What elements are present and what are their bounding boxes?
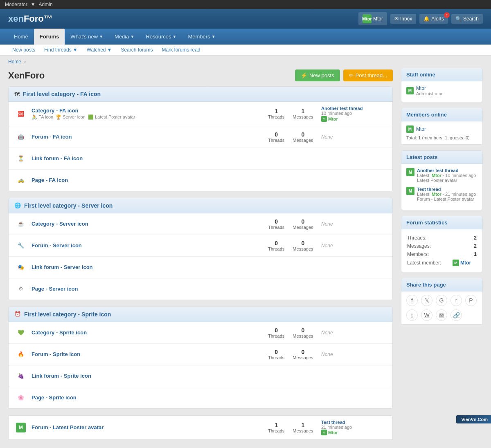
nav-resources[interactable]: Resources ▼ xyxy=(140,29,182,45)
latest-member-link[interactable]: M Mtor xyxy=(453,260,477,266)
page-sprite-info: Page - Sprite icon xyxy=(32,394,207,401)
page-title-row: XenForo ⚡ New posts ✏ Post thread... xyxy=(8,68,393,81)
googleplus-share-icon[interactable]: G xyxy=(436,295,447,306)
lightning-icon: ⚡ xyxy=(301,72,307,78)
link-forum-sprite-name[interactable]: Link forum - Sprite icon xyxy=(32,373,91,379)
page-fa-name[interactable]: Page - FA icon xyxy=(32,177,68,183)
admin-link[interactable]: Admin xyxy=(39,2,53,7)
user-profile-btn[interactable]: Mtor Mtor xyxy=(358,12,387,25)
messages-stat: 0 Messages xyxy=(293,218,313,230)
nav-members[interactable]: Members ▼ xyxy=(182,29,221,45)
forum-stats: 0 Threads 0 Messages xyxy=(268,240,317,251)
link-forum-fa-name[interactable]: Link forum - FA icon xyxy=(32,155,83,161)
messages-label: Messages xyxy=(293,114,313,119)
latest-thread-link[interactable]: Another test thread xyxy=(321,106,363,111)
standalone-latest-link[interactable]: Test thread xyxy=(321,420,345,425)
member-avatar: M xyxy=(406,125,414,133)
table-row: 🆘 Category - FA icon 🚴 FA icon 🏆 Server … xyxy=(9,102,392,126)
standalone-user-badge: M xyxy=(321,430,327,435)
category-fa-icon-title[interactable]: First level category - FA icon xyxy=(23,91,101,97)
members-online-box: Members online M Mtor Total: 1 (members:… xyxy=(401,108,483,145)
messages-count: 1 xyxy=(293,108,313,114)
table-row: 🚕 Page - FA icon xyxy=(9,170,392,191)
forum-fa-category-name[interactable]: Category - FA icon xyxy=(32,108,78,114)
staff-name-link[interactable]: Mtor xyxy=(416,85,426,91)
email-share-icon[interactable]: ✉ xyxy=(436,309,447,321)
bell-icon: 🔔 xyxy=(423,16,430,22)
nav-home[interactable]: Home xyxy=(8,29,34,45)
category-server-icon-title[interactable]: First level category - Server icon xyxy=(24,202,113,209)
member-name-link[interactable]: Mtor xyxy=(416,126,426,132)
forum-latest: None xyxy=(321,134,387,140)
forum-latest: None xyxy=(321,243,387,249)
post-title-link-2[interactable]: Test thread xyxy=(417,187,441,192)
staff-online-box: Staff online M Mtor Administrator xyxy=(401,68,483,102)
link-forum-server-info: Link forum - Server icon xyxy=(32,264,207,270)
inbox-btn[interactable]: ✉ Inbox xyxy=(390,14,416,24)
forum-sub-icons: 🚴 FA icon 🏆 Server icon 🟩 Latest Poster … xyxy=(32,114,264,120)
list-item: M Test thread Latest: Mtor · 21 minutes … xyxy=(406,187,477,202)
category-sprite-icon-title[interactable]: First level category - Sprite icon xyxy=(24,311,111,318)
forum-latest: Test thread 21 minutes ago M Mtor xyxy=(321,420,387,436)
standalone-user-link[interactable]: Mtor xyxy=(328,430,338,435)
subnav-mark-read[interactable]: Mark forums read xyxy=(158,45,204,55)
breadcrumb: Home › xyxy=(0,56,491,68)
page-fa-info: Page - FA icon xyxy=(32,177,207,183)
forum-fa-name[interactable]: Forum - FA icon xyxy=(32,134,72,140)
messages-stat: 0 Messages xyxy=(293,131,313,143)
post-meta-2: Latest: Mtor · 21 minutes ago xyxy=(417,192,476,197)
nav-whats-new[interactable]: What's new ▼ xyxy=(65,29,109,45)
subnav-search-forums[interactable]: Search forums xyxy=(117,45,157,55)
share-icons: f 𝕏 G r P t W ✉ 🔗 xyxy=(401,291,482,324)
whatsapp-share-icon[interactable]: W xyxy=(421,309,432,321)
subnav-watched[interactable]: Watched ▼ xyxy=(83,45,116,55)
alerts-btn[interactable]: 🔔 Alerts 1 xyxy=(419,14,448,24)
list-item: M Mtor xyxy=(406,125,477,133)
messages-count: 0 xyxy=(293,131,313,138)
page-fa-icon: 🚕 xyxy=(14,174,27,187)
twitter-share-icon[interactable]: 𝕏 xyxy=(421,295,432,306)
table-row: 🌸 Page - Sprite icon xyxy=(9,387,392,408)
page-server-name[interactable]: Page - Server icon xyxy=(32,286,78,292)
moderator-link[interactable]: Moderator xyxy=(5,2,27,7)
post-title-link-1[interactable]: Another test thread xyxy=(417,168,458,173)
threads-stat: 0 Threads xyxy=(268,131,284,143)
search-btn[interactable]: 🔍 Search xyxy=(451,14,483,24)
header: xenForo™ Mtor Mtor ✉ Inbox 🔔 Alerts 1 🔍 … xyxy=(0,9,491,29)
link-forum-server-name[interactable]: Link forum - Server icon xyxy=(32,264,93,270)
list-item: M Mtor Administrator xyxy=(406,85,477,96)
new-posts-button[interactable]: ⚡ New posts xyxy=(295,69,340,81)
nav-media[interactable]: Media ▼ xyxy=(109,29,140,45)
page-title: XenForo xyxy=(8,70,45,81)
subnav-new-posts[interactable]: New posts xyxy=(8,45,39,55)
category-sprite-name[interactable]: Category - Sprite icon xyxy=(32,329,87,336)
standalone-forum-name[interactable]: Forum - Latest Poster avatar xyxy=(32,424,104,430)
post-thread-button[interactable]: ✏ Post thread... xyxy=(343,69,393,81)
link-share-icon[interactable]: 🔗 xyxy=(450,309,462,321)
latest-posts-box: Latest posts M Another test thread Lates… xyxy=(401,150,483,210)
facebook-share-icon[interactable]: f xyxy=(406,295,418,306)
subnav-find-threads[interactable]: Find threads ▼ xyxy=(40,45,82,55)
post-meta-1: Latest: Mtor · 10 minutes ago xyxy=(417,173,476,178)
list-item: M Another test thread Latest: Mtor · 10 … xyxy=(406,168,477,183)
breadcrumb-home[interactable]: Home xyxy=(8,59,21,65)
link-forum-fa-icon: ⏳ xyxy=(14,152,27,165)
forum-stats-content: Threads: 2 Messages: 2 Members: 1 Latest… xyxy=(401,229,482,272)
forum-server-name[interactable]: Forum - Server icon xyxy=(32,242,82,249)
post-avatar-1: M xyxy=(406,168,414,176)
tumblr-share-icon[interactable]: t xyxy=(406,309,418,321)
post-time-2: 21 minutes ago xyxy=(445,192,476,197)
forum-sprite-name[interactable]: Forum - Sprite icon xyxy=(32,351,80,357)
table-row: Members: 1 xyxy=(407,251,477,258)
post-user-link-2[interactable]: Mtor xyxy=(432,192,441,197)
table-row: 🍇 Link forum - Sprite icon xyxy=(9,365,392,387)
post-avatar-2: M xyxy=(406,187,414,195)
page-sprite-name[interactable]: Page - Sprite icon xyxy=(32,394,77,401)
reddit-share-icon[interactable]: r xyxy=(450,295,462,306)
latest-user-link[interactable]: Mtor xyxy=(328,116,338,121)
category-server-name[interactable]: Category - Server icon xyxy=(32,221,88,227)
logo[interactable]: xenForo™ xyxy=(8,13,53,24)
post-user-link-1[interactable]: Mtor xyxy=(432,173,441,178)
pinterest-share-icon[interactable]: P xyxy=(465,295,477,306)
nav-forums[interactable]: Forums xyxy=(34,29,65,45)
